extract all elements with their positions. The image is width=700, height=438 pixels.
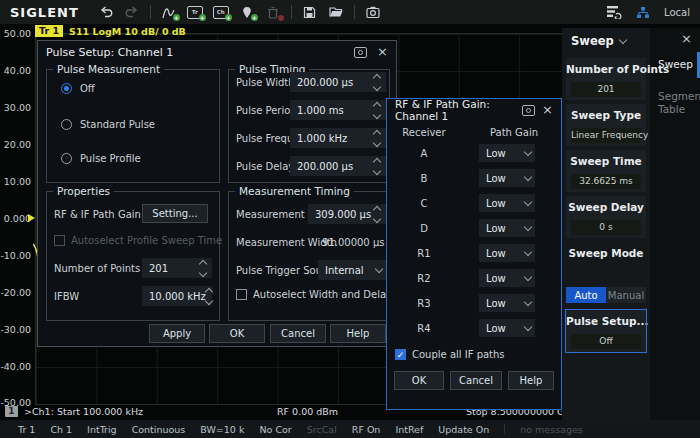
add-trace-window-icon[interactable]: Tr + xyxy=(182,2,208,22)
plus-badge: + xyxy=(225,14,232,21)
redo-icon[interactable] xyxy=(119,2,145,22)
close-icon[interactable]: × xyxy=(681,34,692,44)
sidebar-item-sweep-type[interactable]: Sweep Type Linear Frequency xyxy=(566,104,646,146)
path-gain-dropdown-r1[interactable]: Low xyxy=(479,244,535,262)
cancel-button[interactable]: Cancel xyxy=(450,371,502,390)
status-channel: Ch 1 xyxy=(50,424,72,435)
chevron-down-icon xyxy=(524,248,532,256)
setting-button[interactable]: Setting... xyxy=(142,204,208,223)
checkbox-icon: ✓ xyxy=(395,349,406,360)
add-trace-icon[interactable]: + xyxy=(156,2,182,22)
spin-up-icon[interactable] xyxy=(373,73,381,81)
pulse-frequency-spinbox[interactable]: 1.000 kHz xyxy=(290,128,386,148)
status-separator xyxy=(504,424,505,434)
apply-button[interactable]: Apply xyxy=(149,324,205,343)
autoselect-profile-checkbox[interactable]: Autoselect Profile Sweep Time xyxy=(54,235,222,246)
y-axis-label: -20.00 xyxy=(0,287,31,298)
plus-badge: + xyxy=(173,14,180,21)
spin-down-icon[interactable] xyxy=(373,214,381,222)
sweep-sidebar: Sweep Segment Table Sweep × Number of Po… xyxy=(562,28,700,420)
spin-down-icon[interactable] xyxy=(373,166,381,174)
radio-off[interactable]: Off xyxy=(61,83,95,94)
toggle-manual[interactable]: Manual xyxy=(606,287,646,303)
path-gain-dropdown-r4[interactable]: Low xyxy=(479,319,535,337)
status-reference: IntRef xyxy=(395,424,423,435)
snapshot-icon[interactable] xyxy=(522,105,535,116)
trace-info-bar: Tr 1 S11 LogM 10 dB/ 0 dB xyxy=(35,25,186,37)
help-button[interactable]: Help xyxy=(508,371,554,390)
receiver-label: B xyxy=(399,173,449,184)
ok-button[interactable]: OK xyxy=(209,324,265,343)
spin-down-icon[interactable] xyxy=(373,82,381,90)
delete-icon[interactable] xyxy=(260,2,286,22)
tab-segment-table[interactable]: Segment Table xyxy=(658,90,698,116)
sweep-mode-toggle: Auto Manual xyxy=(566,287,646,303)
path-gain-dropdown-b[interactable]: Low xyxy=(479,169,535,187)
save-icon[interactable] xyxy=(297,2,323,22)
sidebar-tab-column: Sweep Segment Table xyxy=(650,28,700,420)
sidebar-item-sweep-time[interactable]: Sweep Time 32.6625 ms xyxy=(566,150,646,192)
help-button[interactable]: Help xyxy=(330,324,386,343)
path-gain-dropdown-c[interactable]: Low xyxy=(479,194,535,212)
receiver-label: R2 xyxy=(399,273,449,284)
sidebar-header[interactable]: Sweep xyxy=(562,28,700,54)
disabled-badge xyxy=(278,15,284,21)
pulse-trigger-source-dropdown[interactable]: Internal xyxy=(318,260,386,280)
number-of-points-spinbox[interactable]: 201 xyxy=(142,258,212,278)
snapshot-icon[interactable] xyxy=(354,47,367,58)
cancel-button[interactable]: Cancel xyxy=(270,324,326,343)
couple-if-paths-checkbox[interactable]: ✓ Couple all IF paths xyxy=(395,349,505,360)
preset-icon[interactable] xyxy=(606,5,622,19)
chevron-down-icon xyxy=(375,265,383,273)
spin-down-icon[interactable] xyxy=(204,296,212,304)
status-trigger: IntTrig xyxy=(87,424,117,435)
receiver-label: A xyxy=(399,148,449,159)
spin-up-icon[interactable] xyxy=(373,101,381,109)
receiver-label: R4 xyxy=(399,323,449,334)
close-icon[interactable]: × xyxy=(542,105,553,115)
rf-power-label: RF 0.00 dBm xyxy=(277,406,338,417)
camera-icon[interactable] xyxy=(360,2,386,22)
field-label: Pulse Width xyxy=(236,77,295,88)
spin-down-icon[interactable] xyxy=(373,138,381,146)
ok-button[interactable]: OK xyxy=(394,371,444,390)
field-label: Number of Points xyxy=(54,263,140,274)
open-icon[interactable] xyxy=(323,2,349,22)
pulse-period-spinbox[interactable]: 1.000 ms xyxy=(290,100,386,120)
spin-up-icon[interactable] xyxy=(373,205,381,213)
path-gain-dropdown-a[interactable]: Low xyxy=(479,144,535,162)
spin-down-icon[interactable] xyxy=(373,110,381,118)
path-gain-dropdown-r2[interactable]: Low xyxy=(479,269,535,287)
sidebar-item-pulse-setup[interactable]: Pulse Setup... Off xyxy=(566,310,646,352)
sidebar-item-sweep-delay[interactable]: Sweep Delay 0 s xyxy=(566,196,646,238)
radio-pulse-profile[interactable]: Pulse Profile xyxy=(61,153,141,164)
ifbw-spinbox[interactable]: 10.000 kHz xyxy=(142,286,212,306)
add-channel-icon[interactable]: Ch + xyxy=(208,2,234,22)
spin-down-icon[interactable] xyxy=(199,268,207,276)
pulse-width-spinbox[interactable]: 200.000 µs xyxy=(290,72,386,92)
sidebar-item-sweep-mode: Sweep Mode xyxy=(566,242,646,282)
spin-up-icon[interactable] xyxy=(373,157,381,165)
spin-up-icon[interactable] xyxy=(204,287,212,295)
spin-up-icon[interactable] xyxy=(373,129,381,137)
path-gain-dialog: RF & IF Path Gain: Channel 1 × Receiver … xyxy=(386,98,562,410)
pulse-delay-spinbox[interactable]: 200.000 µs xyxy=(290,156,386,176)
network-icon[interactable] xyxy=(636,6,650,19)
spin-up-icon[interactable] xyxy=(199,259,207,267)
toggle-auto[interactable]: Auto xyxy=(566,287,606,303)
trace-settings-label: S11 LogM 10 dB/ 0 dB xyxy=(69,26,186,37)
radio-icon xyxy=(61,119,72,130)
trace-badge[interactable]: Tr 1 xyxy=(35,25,63,37)
path-gain-dropdown-d[interactable]: Low xyxy=(479,219,535,237)
close-icon[interactable]: × xyxy=(377,47,388,57)
sidebar-item-number-of-points[interactable]: Number of Points 201 xyxy=(566,58,646,100)
radio-standard-pulse[interactable]: Standard Pulse xyxy=(61,119,155,130)
radio-icon xyxy=(61,153,72,164)
path-gain-dropdown-r3[interactable]: Low xyxy=(479,294,535,312)
measurement-delay-spinbox[interactable]: 309.000 µs xyxy=(308,204,386,224)
autoselect-width-delay-checkbox[interactable]: Autoselect Width and Delay xyxy=(236,289,392,300)
y-axis-label: -30.00 xyxy=(0,324,31,335)
status-messages: no messages xyxy=(520,424,583,435)
undo-icon[interactable] xyxy=(93,2,119,22)
add-marker-icon[interactable]: + xyxy=(234,2,260,22)
